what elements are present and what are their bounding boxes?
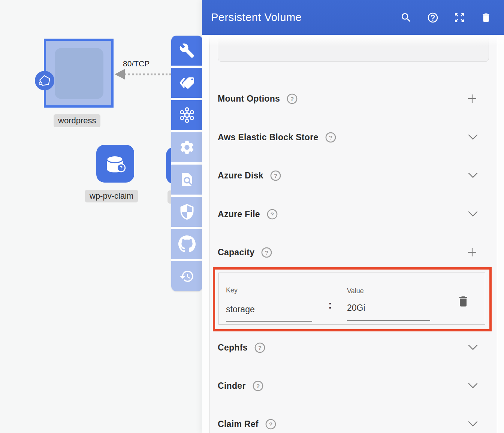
toolbar-history-icon[interactable] bbox=[171, 261, 203, 291]
key-input[interactable]: storage bbox=[226, 304, 255, 315]
capacity-entry-highlight: Key storage : Value 20Gi bbox=[213, 267, 492, 331]
toolbar-hub-icon[interactable] bbox=[171, 100, 203, 130]
section-label: Cinder bbox=[218, 381, 246, 391]
access-modes-box: ReadWriteOnce bbox=[218, 35, 489, 62]
toolbar-tag-icon[interactable] bbox=[171, 68, 203, 98]
svg-text:?: ? bbox=[274, 172, 277, 178]
volume-cylinder-icon: ? bbox=[101, 150, 130, 178]
toolbar-shield-icon[interactable] bbox=[171, 197, 203, 227]
toolbar-gear-icon[interactable] bbox=[171, 132, 203, 162]
help-icon[interactable]: ? bbox=[261, 247, 272, 258]
chevron-down-icon[interactable] bbox=[468, 421, 478, 427]
value-input[interactable]: 20Gi bbox=[347, 303, 365, 313]
access-mode-field[interactable]: ReadWriteOnce bbox=[231, 35, 473, 36]
add-icon[interactable] bbox=[467, 93, 478, 104]
svg-text:?: ? bbox=[271, 211, 274, 217]
section-label: Claim Ref bbox=[218, 419, 259, 429]
panel-body: ReadWriteOnce Mount Options ? Aws Elasti… bbox=[202, 35, 504, 433]
section-azure-file[interactable]: Azure File ? bbox=[218, 207, 489, 222]
section-aws-elastic-block-store[interactable]: Aws Elastic Block Store ? bbox=[218, 130, 489, 145]
svg-text:?: ? bbox=[269, 421, 272, 427]
section-label: Cephfs bbox=[218, 343, 248, 353]
section-label: Azure File bbox=[218, 209, 260, 219]
chevron-down-icon[interactable] bbox=[468, 172, 478, 178]
section-cinder[interactable]: Cinder ? bbox=[218, 378, 489, 393]
node-wordpress[interactable] bbox=[44, 39, 114, 108]
key-input-underline bbox=[226, 321, 312, 322]
delete-entry-icon[interactable] bbox=[456, 295, 470, 308]
svg-text:?: ? bbox=[290, 95, 294, 102]
toolbar-github-icon[interactable] bbox=[171, 229, 203, 259]
chevron-down-icon[interactable] bbox=[468, 211, 478, 217]
svg-text:?: ? bbox=[120, 165, 123, 171]
help-icon[interactable]: ? bbox=[252, 380, 264, 392]
section-cephfs[interactable]: Cephfs ? bbox=[218, 340, 489, 355]
svg-text:?: ? bbox=[258, 344, 262, 351]
kv-separator: : bbox=[328, 298, 332, 311]
value-label: Value bbox=[347, 287, 364, 295]
section-label: Mount Options bbox=[218, 94, 280, 104]
chevron-down-icon[interactable] bbox=[468, 345, 478, 351]
svg-text:?: ? bbox=[265, 249, 268, 255]
node-label-wordpress: wordpress bbox=[54, 114, 100, 127]
help-icon[interactable]: ? bbox=[254, 342, 266, 354]
add-icon[interactable] bbox=[467, 247, 478, 258]
section-claim-ref[interactable]: Claim Ref ? bbox=[218, 417, 489, 432]
chevron-down-icon[interactable] bbox=[468, 134, 478, 140]
capacity-entry: Key storage : Value 20Gi bbox=[218, 273, 485, 325]
help-icon[interactable] bbox=[426, 11, 439, 24]
toolbar-find-in-page-icon[interactable] bbox=[171, 165, 203, 195]
app-window: 80/TCP wordpress ? wp-pv-claim bbox=[0, 0, 504, 433]
section-azure-disk[interactable]: Azure Disk ? bbox=[218, 168, 489, 183]
panel-header: Persistent Volume bbox=[202, 0, 504, 35]
panel-title: Persistent Volume bbox=[211, 11, 400, 24]
persistent-volume-panel: ReadWriteOnce Mount Options ? Aws Elasti… bbox=[202, 0, 504, 433]
key-label: Key bbox=[226, 286, 238, 294]
help-icon[interactable]: ? bbox=[325, 132, 336, 143]
value-input-underline bbox=[347, 320, 430, 321]
help-icon[interactable]: ? bbox=[266, 208, 278, 220]
toolbar-wrench-icon[interactable] bbox=[171, 36, 203, 66]
diagram-toolbar bbox=[171, 36, 203, 291]
delete-icon[interactable] bbox=[480, 11, 492, 24]
node-label-wp-pv-claim: wp-pv-claim bbox=[85, 190, 138, 202]
help-icon[interactable]: ? bbox=[286, 93, 298, 105]
right-scrollbar-track[interactable] bbox=[497, 35, 504, 433]
edge-arrowhead-icon bbox=[115, 69, 125, 79]
left-scrollbar-track[interactable] bbox=[202, 35, 210, 433]
expand-icon[interactable] bbox=[453, 11, 466, 24]
edge-port-label: 80/TCP bbox=[123, 59, 150, 68]
section-mount-options[interactable]: Mount Options ? bbox=[218, 91, 489, 106]
search-icon[interactable] bbox=[400, 11, 413, 24]
node-wp-pv-claim[interactable]: ? bbox=[96, 145, 134, 183]
section-label: Aws Elastic Block Store bbox=[218, 132, 319, 142]
svg-text:?: ? bbox=[256, 382, 259, 389]
section-label: Capacity bbox=[218, 247, 254, 258]
section-capacity[interactable]: Capacity ? bbox=[218, 245, 489, 260]
help-icon[interactable]: ? bbox=[265, 418, 277, 430]
help-icon[interactable]: ? bbox=[270, 170, 281, 181]
chevron-down-icon[interactable] bbox=[468, 383, 478, 389]
node-wordpress-container bbox=[55, 48, 103, 99]
pod-badge-icon[interactable] bbox=[35, 71, 54, 90]
section-label: Azure Disk bbox=[218, 171, 263, 181]
svg-text:?: ? bbox=[329, 134, 332, 140]
